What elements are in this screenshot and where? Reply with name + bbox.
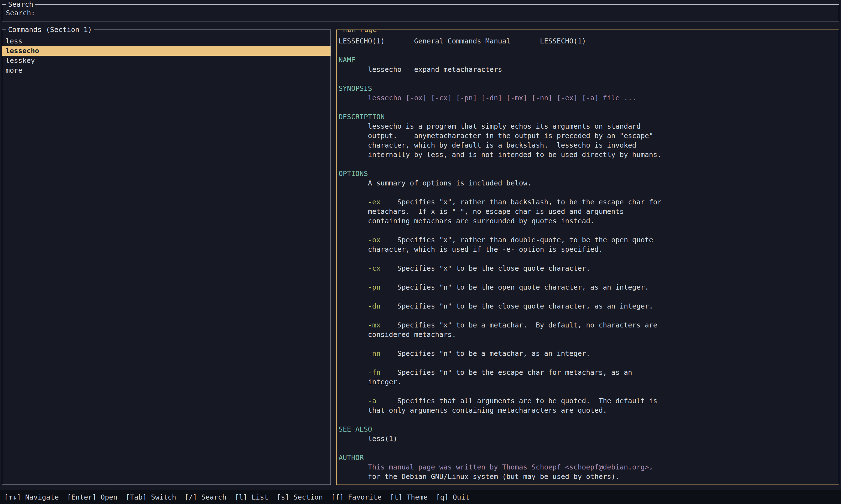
statusbar-hint-theme: [t] Theme <box>390 493 427 501</box>
statusbar-key: [l] <box>235 493 247 501</box>
man-page-line: -dn Specifies "n" to be the close quote … <box>338 302 836 311</box>
man-page-line: that only arguments containing metachara… <box>338 406 836 415</box>
statusbar-key: [f] <box>331 493 344 501</box>
statusbar-key: [q] <box>436 493 449 501</box>
statusbar-hint-quit: [q] Quit <box>436 493 470 501</box>
man-page-line: metachars. If x is "-", no escape char i… <box>338 207 836 216</box>
commands-list: lesslessecholesskeymore <box>2 30 331 75</box>
man-page-line <box>338 387 836 396</box>
commands-panel-title: Commands (Section 1) <box>6 25 94 35</box>
man-page-line: -mx Specifies "x" to be a metachar. By d… <box>338 321 836 330</box>
man-page-line: A summary of options is included below. <box>338 179 836 188</box>
man-page-line <box>338 103 836 112</box>
man-page-line: DESCRIPTION <box>338 112 836 122</box>
list-item-lesskey[interactable]: lesskey <box>2 56 331 66</box>
man-page-line: output. anymetacharacter in the output i… <box>338 131 836 141</box>
man-page-line: less(1) <box>338 434 836 444</box>
statusbar-hint-search: [/] Search <box>185 493 227 501</box>
statusbar-label: Switch <box>147 493 176 501</box>
man-page-line: -ex Specifies "x", rather than backslash… <box>338 197 836 207</box>
man-page-line: lessecho [-ox] [-cx] [-pn] [-dn] [-mx] [… <box>338 93 836 103</box>
man-page-line: -cx Specifies "x" to be the close quote … <box>338 264 836 273</box>
man-page-panel-title: Man Page <box>341 30 379 35</box>
man-page-line: character, which by default is a backsla… <box>338 141 836 150</box>
man-page-line: OPTIONS <box>338 169 836 179</box>
commands-panel: Commands (Section 1) lesslessecholesskey… <box>2 30 331 485</box>
man-page-line <box>338 160 836 169</box>
man-page-line: integer. <box>338 377 836 387</box>
statusbar-label: Theme <box>402 493 427 501</box>
statusbar-key: [↑↓] <box>4 493 21 501</box>
man-page-line <box>338 444 836 453</box>
statusbar-label: Navigate <box>21 493 58 501</box>
man-page-line <box>338 74 836 84</box>
statusbar-label: Quit <box>449 493 470 501</box>
man-page-line: -pn Specifies "n" to be the open quote c… <box>338 283 836 292</box>
man-page-line: -a Specifies that all arguments are to b… <box>338 396 836 406</box>
man-page-line <box>338 46 836 55</box>
man-page-line <box>338 339 836 349</box>
man-page-line <box>338 188 836 197</box>
statusbar-hint-navigate: [↑↓] Navigate <box>4 493 59 501</box>
man-page-line: containing metachars are surrounded by q… <box>338 216 836 226</box>
search-input[interactable]: Search: <box>2 5 839 21</box>
man-page-line: for the Debian GNU/Linux system (but may… <box>338 472 836 482</box>
man-page-line: SYNOPSIS <box>338 84 836 93</box>
list-item-less[interactable]: less <box>2 36 331 46</box>
man-page-line: -ox Specifies "x", rather than double-qu… <box>338 235 836 245</box>
man-page-line <box>338 226 836 235</box>
man-page-line: This manual page was written by Thomas S… <box>338 463 836 472</box>
man-page-line: NAME <box>338 55 836 65</box>
man-page-line <box>338 415 836 425</box>
man-page-line: lessecho - expand metacharacters <box>338 65 836 74</box>
statusbar-hint-favorite: [f] Favorite <box>331 493 382 501</box>
search-prompt-label: Search: <box>6 9 35 17</box>
list-item-more[interactable]: more <box>2 66 331 75</box>
list-item-lessecho[interactable]: lessecho <box>2 46 331 56</box>
man-page-line: considered metachars. <box>338 330 836 339</box>
man-page-line <box>338 292 836 302</box>
statusbar-label: Section <box>289 493 323 501</box>
search-panel: Search Search: <box>2 4 839 21</box>
man-page-line: SEE ALSO <box>338 425 836 434</box>
man-page-line: LESSECHO(1) General Commands Manual LESS… <box>338 36 836 46</box>
man-page-content: LESSECHO(1) General Commands Manual LESS… <box>337 30 839 482</box>
search-panel-title: Search <box>6 0 35 9</box>
statusbar-hint-list: [l] List <box>235 493 268 501</box>
man-page-line <box>338 358 836 368</box>
statusbar-hint-open: [Enter] Open <box>67 493 118 501</box>
statusbar-key: [t] <box>390 493 402 501</box>
status-bar: [↑↓] Navigate[Enter] Open[Tab] Switch[/]… <box>0 490 841 504</box>
man-page-line <box>338 273 836 283</box>
man-page-line <box>338 254 836 264</box>
statusbar-label: Favorite <box>344 493 382 501</box>
app-window: Search Search: Commands (Section 1) less… <box>0 0 841 504</box>
man-page-line <box>338 311 836 321</box>
man-page-panel[interactable]: Man Page LESSECHO(1) General Commands Ma… <box>336 30 839 485</box>
statusbar-key: [Tab] <box>126 493 146 501</box>
statusbar-label: Open <box>97 493 117 501</box>
man-page-line: character, which is used if the -e- opti… <box>338 245 836 254</box>
man-page-line: internally by less, and is not intended … <box>338 150 836 160</box>
statusbar-label: List <box>247 493 268 501</box>
statusbar-hint-section: [s] Section <box>277 493 323 501</box>
man-page-line: -fn Specifies "n" to be the escape char … <box>338 368 836 377</box>
man-page-line: lessecho is a program that simply echos … <box>338 122 836 131</box>
statusbar-key: [/] <box>185 493 197 501</box>
statusbar-label: Search <box>197 493 226 501</box>
man-page-line: -nn Specifies "n" to be a metachar, as a… <box>338 349 836 358</box>
statusbar-key: [s] <box>277 493 289 501</box>
man-page-line: AUTHOR <box>338 453 836 463</box>
statusbar-key: [Enter] <box>67 493 97 501</box>
statusbar-hint-switch: [Tab] Switch <box>126 493 176 501</box>
